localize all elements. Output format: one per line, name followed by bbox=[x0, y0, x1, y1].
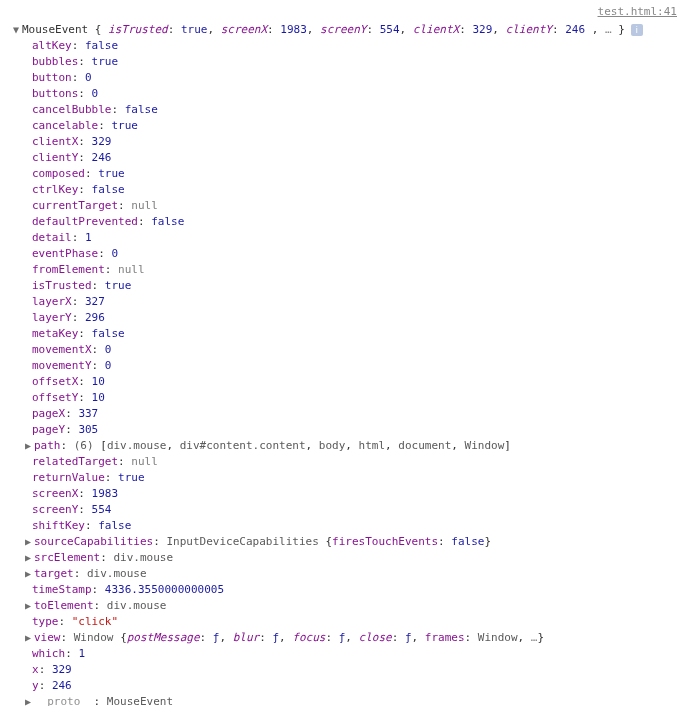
property-row: layerY: 296 bbox=[6, 310, 681, 326]
property-row-expandable[interactable]: ▶view: Window {postMessage: ƒ, blur: ƒ, … bbox=[6, 630, 681, 646]
property-row: movementX: 0 bbox=[6, 342, 681, 358]
property-key: timeStamp bbox=[32, 583, 92, 596]
property-value: 246 bbox=[52, 679, 72, 692]
info-icon[interactable]: i bbox=[631, 24, 643, 36]
disclosure-triangle-right-icon[interactable]: ▶ bbox=[24, 598, 32, 614]
property-value: 327 bbox=[85, 295, 105, 308]
object-class-name: MouseEvent bbox=[22, 23, 88, 36]
property-value: 0 bbox=[105, 343, 112, 356]
property-row: detail: 1 bbox=[6, 230, 681, 246]
property-value: null bbox=[131, 455, 158, 468]
property-key: ctrlKey bbox=[32, 183, 78, 196]
property-value: true bbox=[111, 119, 138, 132]
property-key: returnValue bbox=[32, 471, 105, 484]
property-value: true bbox=[92, 55, 119, 68]
disclosure-triangle-right-icon[interactable]: ▶ bbox=[24, 550, 32, 566]
property-row: y: 246 bbox=[6, 678, 681, 694]
property-value: 1 bbox=[78, 647, 85, 660]
property-row: offsetX: 10 bbox=[6, 374, 681, 390]
property-key: offsetX bbox=[32, 375, 78, 388]
property-key: screenY bbox=[32, 503, 78, 516]
property-key: clientX bbox=[32, 135, 78, 148]
disclosure-triangle-right-icon[interactable]: ▶ bbox=[24, 630, 32, 646]
disclosure-triangle-right-icon[interactable]: ▶ bbox=[24, 534, 32, 550]
disclosure-triangle-down-icon[interactable]: ▼ bbox=[12, 22, 20, 38]
property-key: movementX bbox=[32, 343, 92, 356]
property-row-expandable[interactable]: ▶srcElement: div.mouse bbox=[6, 550, 681, 566]
property-value: 554 bbox=[92, 503, 112, 516]
object-header-row[interactable]: ▼ MouseEvent { isTrusted: true, screenX:… bbox=[6, 22, 681, 38]
property-row: timeStamp: 4336.3550000000005 bbox=[6, 582, 681, 598]
property-row: ctrlKey: false bbox=[6, 182, 681, 198]
property-key: offsetY bbox=[32, 391, 78, 404]
property-row: offsetY: 10 bbox=[6, 390, 681, 406]
property-key: layerY bbox=[32, 311, 72, 324]
property-value: 0 bbox=[111, 247, 118, 260]
property-row: clientY: 246 bbox=[6, 150, 681, 166]
property-value: 1983 bbox=[92, 487, 119, 500]
property-key: eventPhase bbox=[32, 247, 98, 260]
property-value: 337 bbox=[78, 407, 98, 420]
property-value: 329 bbox=[52, 663, 72, 676]
ellipsis-icon: … bbox=[605, 23, 612, 36]
property-row: x: 329 bbox=[6, 662, 681, 678]
disclosure-triangle-right-icon[interactable]: ▶ bbox=[24, 566, 32, 582]
property-row: button: 0 bbox=[6, 70, 681, 86]
property-value: true bbox=[105, 279, 132, 292]
property-key: metaKey bbox=[32, 327, 78, 340]
disclosure-triangle-right-icon[interactable]: ▶ bbox=[24, 438, 32, 454]
property-row: buttons: 0 bbox=[6, 86, 681, 102]
property-key: shiftKey bbox=[32, 519, 85, 532]
property-row: which: 1 bbox=[6, 646, 681, 662]
property-key: button bbox=[32, 71, 72, 84]
property-value: 10 bbox=[92, 375, 105, 388]
object-header-preview: isTrusted: true, screenX: 1983, screenY:… bbox=[108, 23, 585, 36]
property-value: 296 bbox=[85, 311, 105, 324]
property-row: movementY: 0 bbox=[6, 358, 681, 374]
property-value: 0 bbox=[92, 87, 99, 100]
property-value: 0 bbox=[85, 71, 92, 84]
property-row: relatedTarget: null bbox=[6, 454, 681, 470]
property-row-expandable[interactable]: ▶path: (6) [div.mouse, div#content.conte… bbox=[6, 438, 681, 454]
property-row: screenX: 1983 bbox=[6, 486, 681, 502]
property-key: composed bbox=[32, 167, 85, 180]
property-row: isTrusted: true bbox=[6, 278, 681, 294]
property-key: type bbox=[32, 615, 59, 628]
property-row: altKey: false bbox=[6, 38, 681, 54]
property-value: false bbox=[85, 39, 118, 52]
property-value: null bbox=[118, 263, 145, 276]
property-key: cancelBubble bbox=[32, 103, 111, 116]
property-row: cancelable: true bbox=[6, 118, 681, 134]
property-key: clientY bbox=[32, 151, 78, 164]
property-value: false bbox=[98, 519, 131, 532]
disclosure-triangle-right-icon[interactable]: ▶ bbox=[24, 694, 32, 706]
property-key: pageX bbox=[32, 407, 65, 420]
source-link[interactable]: test.html:41 bbox=[6, 4, 681, 20]
property-key: detail bbox=[32, 231, 72, 244]
property-value: "click" bbox=[72, 615, 118, 628]
property-row: type: "click" bbox=[6, 614, 681, 630]
property-value: 0 bbox=[105, 359, 112, 372]
property-value: 305 bbox=[78, 423, 98, 436]
property-value: 246 bbox=[92, 151, 112, 164]
property-row-expandable[interactable]: ▶sourceCapabilities: InputDeviceCapabili… bbox=[6, 534, 681, 550]
property-row: screenY: 554 bbox=[6, 502, 681, 518]
property-row: layerX: 327 bbox=[6, 294, 681, 310]
property-value: false bbox=[92, 327, 125, 340]
property-row: metaKey: false bbox=[6, 326, 681, 342]
property-key: altKey bbox=[32, 39, 72, 52]
property-value: 4336.3550000000005 bbox=[105, 583, 224, 596]
property-key: movementY bbox=[32, 359, 92, 372]
property-key: currentTarget bbox=[32, 199, 118, 212]
property-row-expandable[interactable]: ▶__proto__: MouseEvent bbox=[6, 694, 681, 706]
property-key: pageY bbox=[32, 423, 65, 436]
property-row: pageX: 337 bbox=[6, 406, 681, 422]
property-row-expandable[interactable]: ▶toElement: div.mouse bbox=[6, 598, 681, 614]
property-row: bubbles: true bbox=[6, 54, 681, 70]
property-key: layerX bbox=[32, 295, 72, 308]
property-value: false bbox=[92, 183, 125, 196]
property-value: 329 bbox=[92, 135, 112, 148]
property-row: cancelBubble: false bbox=[6, 102, 681, 118]
property-row: pageY: 305 bbox=[6, 422, 681, 438]
property-row-expandable[interactable]: ▶target: div.mouse bbox=[6, 566, 681, 582]
